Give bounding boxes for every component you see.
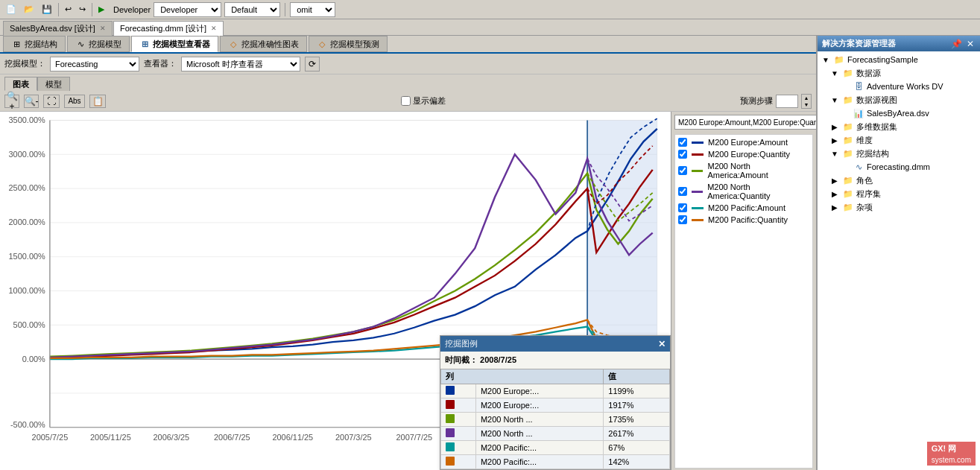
tree-expand-roles[interactable]: ▶: [829, 175, 840, 185]
tree-item-forecast_dmm[interactable]: ∿ Forecasting.dmm: [819, 160, 979, 174]
show-deviation-label: 显示偏差: [401, 95, 446, 107]
tooltip-row-value-eu_amt: 1199%: [604, 384, 670, 398]
viewer-icon: ⊞: [139, 39, 150, 49]
tree-root[interactable]: ▼ 📁 ForecastingSample: [819, 53, 979, 66]
tree-item-mining_struct[interactable]: ▼ 📁 挖掘结构: [819, 147, 979, 160]
tree-expand-dataview[interactable]: ▼: [829, 95, 840, 105]
forecast-steps-label: 预测步骤 5 ▲ ▼: [740, 94, 812, 109]
tree-container: ▼ 📁 ForecastingSample ▼ 📁 数据源 🗄 Adventur…: [818, 51, 980, 470]
solution-pin-btn[interactable]: 📌: [949, 39, 964, 49]
tree-icon-forecast_dmm: ∿: [853, 161, 864, 173]
tab-prediction[interactable]: ◇ 挖掘模型预测: [309, 36, 388, 52]
tree-item-datasource[interactable]: ▼ 📁 数据源: [819, 66, 979, 80]
tab-accuracy[interactable]: ◇ 挖掘准确性图表: [220, 36, 307, 52]
copy-btn[interactable]: 📋: [89, 95, 106, 108]
tree-item-assemblies[interactable]: ▶ 📁 程序集: [819, 187, 979, 200]
svg-text:500.00%: 500.00%: [13, 320, 46, 329]
legend-color-m200_eu_qty: [692, 153, 704, 156]
chart-area[interactable]: 3500.00% 3000.00% 2500.00% 2000.00% 1500…: [0, 112, 671, 470]
doc-tab-sales-close[interactable]: ✕: [100, 25, 106, 32]
tooltip-row-label-pac_amt: M200 Pacific:...: [475, 441, 603, 455]
tooltip-row-value-na_qty: 2617%: [604, 427, 670, 441]
tooltip-row-color-pac_qty: [441, 455, 476, 469]
tree-expand-datasource[interactable]: ▼: [829, 68, 840, 78]
toolbar-icons-left: 📄 📂 💾 ↩ ↪ ▶: [3, 3, 107, 16]
prediction-icon: ◇: [317, 39, 327, 49]
legend-color-m200_pac_qty: [692, 219, 704, 221]
forecast-steps-spinner: ▲ ▼: [801, 94, 812, 109]
tab-prediction-label: 挖掘模型预测: [330, 39, 379, 50]
legend-label-m200_eu_amt: M200 Europe:Amount: [708, 138, 788, 147]
tree-item-dimension[interactable]: ▶ 📁 维度: [819, 133, 979, 147]
new-btn[interactable]: 📄: [3, 3, 19, 16]
solution-explorer-title: 解决方案资源管理器: [822, 38, 896, 49]
model-icon: ∿: [75, 39, 86, 49]
legend-checkbox-m200_eu_amt[interactable]: [678, 138, 687, 147]
tree-expand-assemblies[interactable]: ▶: [829, 188, 840, 199]
fit-btn[interactable]: ⛶: [43, 95, 60, 108]
omit-dropdown[interactable]: omit: [290, 2, 335, 17]
tree-noexpand-sales_dsv: [840, 108, 850, 118]
refresh-btn[interactable]: ⟳: [305, 57, 320, 72]
tab-model[interactable]: ∿ 挖掘模型: [67, 36, 130, 52]
tree-item-dataview[interactable]: ▼ 📁 数据源视图: [819, 93, 979, 107]
show-deviation-checkbox[interactable]: [401, 96, 411, 106]
tooltip-close-btn[interactable]: ✕: [658, 338, 666, 349]
model-label: 挖掘模型：: [4, 58, 45, 69]
open-btn[interactable]: 📂: [21, 3, 37, 16]
tooltip-title: 挖掘图例: [445, 338, 478, 349]
svg-text:-500.00%: -500.00%: [10, 420, 45, 429]
tree-expand-misc[interactable]: ▶: [829, 202, 840, 212]
forecast-steps-up[interactable]: ▲: [802, 95, 811, 101]
tooltip-row-value-pac_qty: 142%: [604, 455, 670, 469]
undo-btn[interactable]: ↩: [62, 3, 75, 16]
zoom-out-btn[interactable]: 🔍-: [24, 95, 39, 108]
tree-expand-multi_dim[interactable]: ▶: [829, 121, 840, 132]
zoom-out-icon: 🔍-: [25, 96, 39, 107]
tree-item-multi_dim[interactable]: ▶ 📁 多维数据集: [819, 120, 979, 133]
tree-expand-mining_struct[interactable]: ▼: [829, 148, 840, 159]
legend-checkbox-m200_eu_qty[interactable]: [678, 150, 687, 159]
legend-checkbox-m200_pac_amt[interactable]: [678, 203, 687, 212]
view-tab-model[interactable]: 模型: [37, 77, 70, 91]
tooltip-row-value-pac_amt: 67%: [604, 441, 670, 455]
legend-checkbox-m200_na_amt[interactable]: [678, 166, 687, 175]
tree-label-misc: 杂项: [856, 202, 873, 213]
tooltip-row-value-na_amt: 1735%: [604, 413, 670, 427]
model-select[interactable]: Forecasting: [50, 57, 139, 72]
copy-icon: 📋: [92, 96, 104, 107]
run-btn[interactable]: ▶: [95, 3, 107, 16]
abs-btn[interactable]: Abs: [64, 95, 85, 108]
zoom-in-btn[interactable]: 🔍+: [4, 95, 19, 108]
save-btn[interactable]: 💾: [39, 3, 55, 16]
forecast-steps-input[interactable]: 5: [776, 95, 798, 108]
tree-item-misc[interactable]: ▶ 📁 杂项: [819, 200, 979, 214]
series-select[interactable]: M200 Europe:Amount,M200 Europe:Quan . . …: [674, 115, 816, 130]
doc-tab-forecast[interactable]: Forecasting.dmm [设计] ✕: [113, 21, 224, 36]
tab-viewer[interactable]: ⊞ 挖掘模型查看器: [131, 36, 218, 52]
tree-icon-mining_struct: 📁: [842, 147, 854, 159]
forecast-steps-down[interactable]: ▼: [802, 101, 811, 108]
tooltip-col-header: 列: [441, 369, 604, 384]
tooltip-row-label-na_qty: M200 North ...: [475, 427, 603, 441]
legend-checkbox-m200_na_qty[interactable]: [678, 187, 687, 196]
tab-structure[interactable]: ⊞ 挖掘结构: [3, 36, 66, 52]
tree-icon-multi_dim: 📁: [842, 121, 854, 133]
tree-item-adv_works[interactable]: 🗄 Adventure Works DV: [819, 80, 979, 93]
tree-item-roles[interactable]: ▶ 📁 角色: [819, 174, 979, 187]
redo-btn[interactable]: ↪: [76, 3, 89, 16]
solution-close-btn[interactable]: ✕: [965, 39, 976, 49]
fit-icon: ⛶: [47, 96, 56, 107]
legend-item-m200_eu_amt: M200 Europe:Amount: [678, 138, 809, 147]
doc-tab-sales[interactable]: SalesByArea.dsv [设计] ✕: [3, 21, 113, 36]
tree-expand-dimension[interactable]: ▶: [829, 135, 840, 145]
legend-label-m200_pac_qty: M200 Pacific:Quantity: [708, 215, 788, 224]
tree-item-sales_dsv[interactable]: 📊 SalesByArea.dsv: [819, 107, 979, 120]
default-dropdown[interactable]: Default: [224, 2, 280, 17]
legend-label-m200_na_qty: M200 North America:Quantity: [707, 182, 809, 200]
view-tab-chart[interactable]: 图表: [4, 77, 37, 91]
legend-checkbox-m200_pac_qty[interactable]: [678, 215, 687, 224]
viewer-select[interactable]: Microsoft 时序查看器: [181, 57, 300, 72]
doc-tab-forecast-close[interactable]: ✕: [211, 25, 217, 32]
developer-dropdown[interactable]: Developer: [154, 2, 221, 17]
